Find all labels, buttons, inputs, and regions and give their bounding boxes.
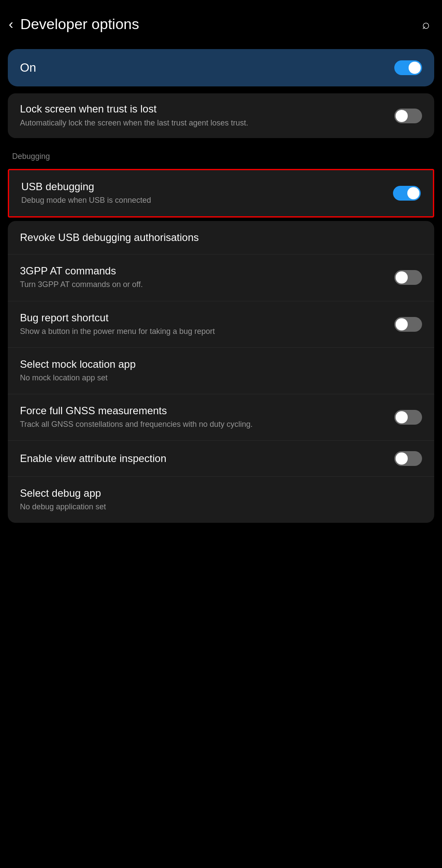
usb-debugging-item[interactable]: USB debugging Debug mode when USB is con…	[9, 170, 433, 216]
usb-debugging-toggle[interactable]	[393, 186, 421, 201]
revoke-usb-title: Revoke USB debugging authorisations	[20, 231, 413, 244]
toggle-knob	[396, 452, 408, 465]
revoke-usb-item[interactable]: Revoke USB debugging authorisations	[8, 221, 434, 254]
usb-debugging-text: USB debugging Debug mode when USB is con…	[21, 181, 393, 206]
gnss-toggle[interactable]	[394, 410, 422, 425]
toggle-knob	[407, 187, 419, 199]
debug-app-text: Select debug app No debug application se…	[20, 487, 422, 512]
search-icon[interactable]: ⌕	[422, 17, 430, 32]
mock-location-subtitle: No mock location app set	[20, 373, 413, 383]
page-title: Developer options	[20, 16, 139, 33]
toggle-knob	[396, 110, 408, 122]
bug-report-item[interactable]: Bug report shortcut Show a button in the…	[8, 301, 434, 348]
debug-app-item[interactable]: Select debug app No debug application se…	[8, 477, 434, 523]
lock-screen-toggle[interactable]	[394, 109, 422, 123]
lock-screen-section: Lock screen when trust is lost Automatic…	[8, 93, 434, 138]
toggle-knob	[396, 411, 408, 423]
back-button[interactable]: ‹	[9, 16, 13, 32]
on-label: On	[20, 61, 36, 75]
gnss-text: Force full GNSS measurements Track all G…	[20, 405, 394, 430]
usb-debugging-title: USB debugging	[21, 181, 384, 193]
mock-location-item[interactable]: Select mock location app No mock locatio…	[8, 348, 434, 394]
bug-report-text: Bug report shortcut Show a button in the…	[20, 312, 394, 337]
gnss-title: Force full GNSS measurements	[20, 405, 386, 417]
gnss-subtitle: Track all GNSS constellations and freque…	[20, 419, 386, 430]
usb-debugging-group: USB debugging Debug mode when USB is con…	[8, 169, 434, 218]
view-attr-title: Enable view attribute inspection	[20, 452, 386, 465]
bug-report-title: Bug report shortcut	[20, 312, 386, 324]
3gpp-subtitle: Turn 3GPP AT commands on or off.	[20, 279, 386, 290]
lock-screen-subtitle: Automatically lock the screen when the l…	[20, 118, 386, 129]
toggle-knob	[396, 318, 408, 330]
header: ‹ Developer options ⌕	[0, 0, 442, 45]
3gpp-title: 3GPP AT commands	[20, 265, 386, 277]
usb-debugging-subtitle: Debug mode when USB is connected	[21, 195, 384, 206]
3gpp-toggle[interactable]	[394, 270, 422, 285]
view-attr-text: Enable view attribute inspection	[20, 452, 394, 465]
bug-report-subtitle: Show a button in the power menu for taki…	[20, 326, 386, 337]
lock-screen-title: Lock screen when trust is lost	[20, 103, 386, 115]
revoke-usb-text: Revoke USB debugging authorisations	[20, 231, 422, 244]
toggle-knob	[396, 271, 408, 284]
debug-app-title: Select debug app	[20, 487, 413, 499]
header-left: ‹ Developer options	[9, 16, 139, 33]
developer-options-toggle-section[interactable]: On	[8, 49, 434, 86]
developer-options-toggle[interactable]	[394, 60, 422, 75]
mock-location-title: Select mock location app	[20, 358, 413, 370]
3gpp-item[interactable]: 3GPP AT commands Turn 3GPP AT commands o…	[8, 254, 434, 301]
3gpp-text: 3GPP AT commands Turn 3GPP AT commands o…	[20, 265, 394, 290]
debugging-section-label: Debugging	[0, 142, 442, 165]
lock-screen-item[interactable]: Lock screen when trust is lost Automatic…	[8, 93, 434, 138]
bug-report-toggle[interactable]	[394, 317, 422, 332]
debugging-items-group: Revoke USB debugging authorisations 3GPP…	[8, 221, 434, 523]
debug-app-subtitle: No debug application set	[20, 502, 413, 512]
gnss-item[interactable]: Force full GNSS measurements Track all G…	[8, 394, 434, 441]
lock-screen-text: Lock screen when trust is lost Automatic…	[20, 103, 394, 129]
view-attr-toggle[interactable]	[394, 451, 422, 466]
view-attr-item[interactable]: Enable view attribute inspection	[8, 441, 434, 477]
toggle-knob	[409, 62, 421, 74]
mock-location-text: Select mock location app No mock locatio…	[20, 358, 422, 383]
